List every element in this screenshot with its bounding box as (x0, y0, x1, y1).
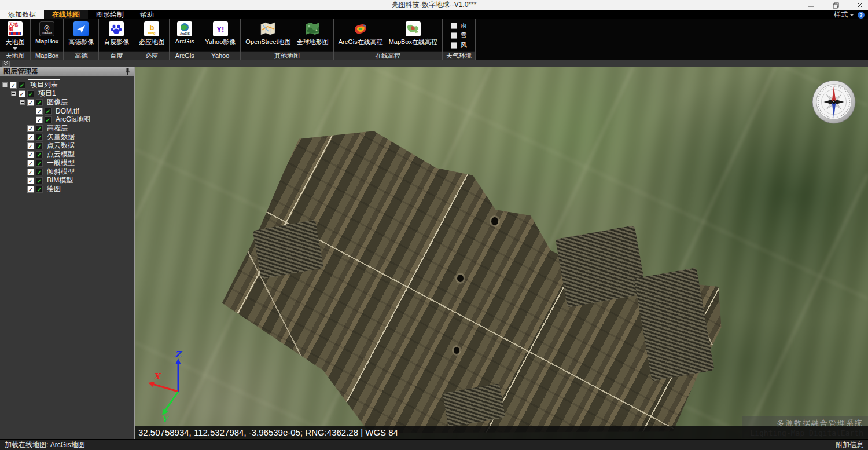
menu-tab[interactable]: 图形绘制 (88, 10, 132, 19)
layer-status-check-icon: ✓ (36, 177, 43, 184)
ribbon-button-label: 高德影像 (68, 38, 94, 46)
layer-visibility-checkbox[interactable]: ✓ (36, 116, 43, 123)
ribbon-button-label: 全球地形图 (297, 38, 329, 46)
checkbox-icon (451, 32, 457, 39)
ribbon-button[interactable]: bbing必应地图 (137, 20, 167, 47)
ribbon-button[interactable]: 天地图天地图 (2, 20, 28, 50)
layer-tree-item-label[interactable]: 图像层 (45, 97, 69, 107)
layer-status-check-icon: ✓ (19, 82, 25, 89)
ribbon-group-label: ArcGis (170, 51, 200, 60)
style-dropdown[interactable]: 样式 (834, 10, 854, 20)
layer-status-check-icon: ✓ (45, 116, 52, 123)
chevron-down-icon (849, 14, 854, 16)
restore-icon (833, 2, 839, 9)
layer-tree-item[interactable]: ✓✓绘图 (0, 185, 134, 193)
ribbon-button-label: 必应地图 (139, 38, 164, 46)
close-icon (857, 2, 863, 8)
layer-manager-title: 图层管理器 (3, 67, 38, 76)
ribbon-button[interactable]: MapBox在线高程 (387, 20, 440, 47)
compass-widget[interactable] (811, 79, 856, 125)
help-icon[interactable]: ? (858, 12, 865, 19)
layer-tree-item[interactable]: ✓✓图像层 (0, 98, 134, 107)
layer-tree-item[interactable]: ✓✓倾斜模型 (0, 167, 134, 176)
ribbon-button[interactable]: Y!Yahoo影像 (203, 20, 238, 47)
ribbon-group: 天地图天地图天地图 (0, 19, 31, 60)
layer-tree-item[interactable]: ✓✓DOM.tif (0, 107, 134, 115)
tree-collapse-icon[interactable] (20, 100, 25, 105)
layer-tree-item[interactable]: ✓✓点云模型 (0, 150, 134, 159)
close-button[interactable] (855, 1, 865, 9)
layer-status-check-icon: ✓ (36, 99, 43, 106)
ribbon-button[interactable]: 百度影像 (101, 20, 131, 47)
layer-visibility-checkbox[interactable]: ✓ (19, 90, 25, 97)
yahoo-icon: Y! (212, 21, 229, 37)
ribbon-group-label: 其他地图 (241, 51, 333, 60)
ribbon-group: ArcGISArcGisArcGis (170, 19, 200, 60)
pond (491, 217, 498, 225)
tree-collapse-icon[interactable] (2, 82, 8, 87)
layer-status-check-icon: ✓ (36, 142, 43, 149)
layer-tree-item-label[interactable]: DOM.tif (54, 107, 81, 115)
layer-visibility-checkbox[interactable]: ✓ (27, 142, 34, 149)
ribbon-button[interactable]: OpenStreet地图 (243, 20, 293, 47)
menu-tab[interactable]: 在线地图 (44, 10, 88, 19)
layer-visibility-checkbox[interactable]: ✓ (27, 177, 34, 184)
map-viewport[interactable]: Z X Y 多源数据融合管理系统 Lighting-Map DigitalEar… (135, 67, 868, 439)
layer-visibility-checkbox[interactable]: ✓ (27, 125, 34, 132)
ribbon-collapse-button[interactable] (2, 61, 10, 67)
layer-tree-item[interactable]: ✓✓高程层 (0, 124, 134, 133)
layer-manager-header: 图层管理器 (0, 67, 134, 76)
chevron-double-down-icon (3, 61, 8, 65)
layer-status-check-icon: ✓ (36, 151, 43, 158)
ribbon-group: 百度影像百度 (99, 19, 134, 60)
app-window: 亮图科技-数字地球--V1.0*** 添加数据在线地图图形绘制帮助 样式 (0, 0, 868, 450)
gaode-icon (73, 21, 89, 37)
layer-status-check-icon: ✓ (27, 90, 34, 97)
layer-tree: ✓✓项目列表✓✓项目1✓✓图像层✓✓DOM.tif✓✓ArcGis地图✓✓高程层… (0, 76, 134, 439)
restore-button[interactable] (831, 1, 840, 9)
minimize-button[interactable] (807, 1, 816, 9)
status-right-text[interactable]: 附加信息 (836, 440, 863, 450)
layer-visibility-checkbox[interactable]: ✓ (27, 186, 34, 193)
baidu-icon (108, 21, 124, 37)
layer-visibility-checkbox[interactable]: ✓ (10, 82, 17, 89)
layer-visibility-checkbox[interactable]: ✓ (27, 151, 34, 158)
mapbox-elevation-icon (405, 21, 421, 37)
weather-checkbox[interactable]: 风 (451, 41, 466, 50)
layer-tree-item[interactable]: ✓✓BIM模型 (0, 176, 134, 185)
arcgis-elevation-icon (352, 21, 369, 37)
layer-tree-item[interactable]: ✓✓ArcGis地图 (0, 115, 134, 124)
pin-icon[interactable] (125, 68, 130, 75)
layer-tree-item-label[interactable]: 绘图 (45, 184, 62, 194)
layer-visibility-checkbox[interactable]: ✓ (27, 160, 34, 167)
layer-status-check-icon: ✓ (36, 186, 43, 193)
ribbon-group: 雨雪风天气环境 (443, 19, 476, 60)
weather-checkbox[interactable]: 雪 (451, 31, 466, 40)
layer-visibility-checkbox[interactable]: ✓ (27, 99, 34, 106)
ribbon-button[interactable]: 高德影像 (66, 20, 96, 47)
menu-tab[interactable]: 添加数据 (0, 10, 44, 19)
tree-collapse-icon[interactable] (11, 91, 16, 96)
ribbon-button[interactable]: ArcGISArcGis (172, 20, 197, 45)
ribbon-group: 高德影像高德 (64, 19, 99, 60)
ribbon-button[interactable]: 全球地形图 (295, 20, 331, 47)
layer-visibility-checkbox[interactable]: ✓ (27, 169, 34, 175)
ribbon-button[interactable]: ◎mapboxMapBox (33, 20, 61, 45)
ribbon-button-label: MapBox (35, 38, 58, 45)
layer-tree-item[interactable]: ✓✓一般模型 (0, 159, 134, 167)
layer-tree-item[interactable]: ✓✓点云数据 (0, 141, 134, 150)
ribbon-collapse-strip (0, 60, 868, 67)
ribbon-button[interactable]: ArcGis在线高程 (336, 20, 385, 47)
tianditu-icon: 天地图 (7, 21, 23, 37)
layer-tree-item[interactable]: ✓✓矢量数据 (0, 133, 134, 141)
layer-visibility-checkbox[interactable]: ✓ (36, 108, 43, 115)
menu-tab[interactable]: 帮助 (132, 10, 162, 19)
ribbon-group-label: 百度 (99, 51, 134, 60)
layer-tree-item[interactable]: ✓✓项目列表 (0, 81, 134, 89)
status-bar: 加载在线地图: ArcGis地图 附加信息 (0, 439, 868, 450)
ribbon-group-label: 必应 (134, 51, 169, 60)
layer-tree-item[interactable]: ✓✓项目1 (0, 89, 134, 98)
ribbon-button-label: 百度影像 (104, 38, 129, 46)
layer-visibility-checkbox[interactable]: ✓ (27, 134, 34, 141)
weather-checkbox[interactable]: 雨 (451, 21, 466, 30)
